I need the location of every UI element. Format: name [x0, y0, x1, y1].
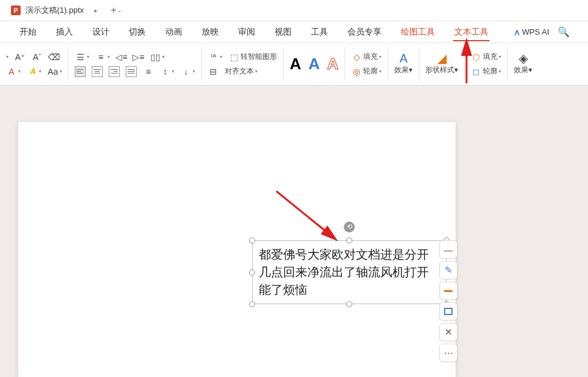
resize-handle-t[interactable]: [346, 237, 352, 243]
search-icon[interactable]: 🔍: [558, 26, 570, 38]
ribbon-group-shapefx: ⬡填充▾ ◻轮廓▾: [465, 47, 508, 81]
clear-format-button[interactable]: ⌫: [49, 52, 60, 63]
wordart-style-3[interactable]: A: [327, 55, 339, 73]
convert-smartart-button[interactable]: ⬚转智能图形: [228, 52, 277, 63]
ribbon-group-texteffects: A 效果▾: [388, 47, 419, 81]
align-text-icon[interactable]: ⊟: [208, 66, 219, 77]
change-case-button[interactable]: Aa▾: [47, 66, 62, 77]
font-select[interactable]: ▾: [6, 54, 9, 59]
float-magic-button[interactable]: ✕: [439, 323, 457, 341]
rectangle-icon: [444, 308, 453, 315]
increase-font-button[interactable]: A⁺: [15, 52, 26, 63]
text-dir-select[interactable]: ᴵᴬ▾: [208, 52, 222, 63]
ribbon-group-textfx: ◇填充▾ ◎轮廓▾: [345, 47, 388, 81]
menu-bar: 开始 插入 设计 切换 动画 放映 审阅 视图 工具 会员专享 绘图工具 文本工…: [0, 21, 588, 43]
menu-transition[interactable]: 切换: [128, 23, 147, 41]
shape-outline-button[interactable]: ◻轮廓▾: [471, 66, 501, 77]
decrease-font-button[interactable]: Aˉ: [32, 52, 43, 63]
floating-toolbar: — ✎ ✕ ⋯: [439, 240, 457, 362]
wordart-style-1[interactable]: A: [290, 55, 301, 73]
text-fill-button[interactable]: ◇填充▾: [351, 52, 381, 63]
tab-filename: 演示文稿(1).pptx: [26, 5, 84, 16]
ribbon-group-shapeeffects: ◈ 效果▾: [508, 47, 538, 81]
rotate-handle[interactable]: ⟲: [344, 222, 355, 233]
align-center-button[interactable]: [92, 66, 103, 77]
wordart-style-2[interactable]: A: [309, 55, 320, 73]
shape-style-button[interactable]: ◢ 形状样式▾: [425, 53, 458, 75]
font-color-button[interactable]: A▾: [6, 66, 21, 77]
textbox-content[interactable]: 都爱佛号大家欧对文档进是分开几点回来净流出了轴流风机打开能了烦恼: [259, 248, 429, 296]
wps-ai-icon: ᴧ: [514, 27, 519, 37]
align-right-button[interactable]: [109, 66, 120, 77]
decrease-indent-button[interactable]: ◁≡: [116, 52, 127, 63]
shape-effects-button[interactable]: ◈ 效果▾: [514, 53, 532, 75]
slide[interactable]: 都爱佛号大家欧对文档进是分开几点回来净流出了轴流风机打开能了烦恼 ⟲: [18, 122, 456, 377]
resize-handle-tl[interactable]: [249, 237, 255, 243]
highlight-line-icon: [444, 290, 453, 292]
menu-text-tools[interactable]: 文本工具: [453, 23, 490, 41]
highlight-button[interactable]: 𝘼▾: [27, 66, 41, 77]
ribbon-group-font: ▾ A⁺ Aˉ ⌫ A▾ 𝘼▾ Aa▾: [0, 47, 69, 81]
resize-handle-bl[interactable]: [249, 301, 255, 307]
shape-fill-button[interactable]: ⬡填充▾: [471, 52, 501, 63]
align-justify-button[interactable]: [126, 66, 137, 77]
add-tab-button[interactable]: + ⌄: [111, 5, 122, 16]
menu-tools[interactable]: 工具: [310, 23, 329, 41]
ppt-icon: P: [11, 5, 21, 15]
numbering-button[interactable]: ≡▾: [95, 52, 110, 63]
float-highlight-button[interactable]: [439, 282, 457, 300]
align-left-button[interactable]: [75, 66, 86, 77]
columns-button[interactable]: ▯▯▾: [150, 52, 165, 63]
resize-handle-l[interactable]: [249, 270, 255, 276]
text-effects-button[interactable]: A 效果▾: [394, 53, 412, 75]
text-box[interactable]: 都爱佛号大家欧对文档进是分开几点回来净流出了轴流风机打开能了烦恼 ⟲: [252, 240, 446, 304]
float-more-button[interactable]: ⋯: [439, 344, 457, 362]
float-pen-button[interactable]: ✎: [439, 261, 457, 279]
plus-icon: +: [111, 5, 116, 16]
resize-handle-b[interactable]: [346, 301, 352, 307]
distribute-button[interactable]: ≡: [143, 66, 154, 77]
menu-slideshow[interactable]: 放映: [200, 23, 220, 41]
menu-member[interactable]: 会员专享: [346, 23, 383, 41]
title-bar: P 演示文稿(1).pptx ● + ⌄: [0, 0, 588, 21]
align-text-button[interactable]: 对齐文本▾: [225, 66, 258, 76]
document-tab[interactable]: P 演示文稿(1).pptx ●: [5, 2, 103, 18]
wps-ai-button[interactable]: ᴧ WPS AI: [514, 27, 549, 37]
text-direction-button[interactable]: ↓▾: [180, 66, 195, 77]
ribbon: ▾ A⁺ Aˉ ⌫ A▾ 𝘼▾ Aa▾ ☰▾ ≡▾ ◁≡ ▷≡ ▯▯▾ ≡ ↕▾…: [0, 43, 588, 86]
text-outline-button[interactable]: ◎轮廓▾: [351, 66, 381, 77]
float-collapse-button[interactable]: —: [439, 240, 457, 259]
menu-insert[interactable]: 插入: [55, 23, 74, 41]
ribbon-group-wordart: A A A: [284, 47, 345, 81]
menu-drawing-tools[interactable]: 绘图工具: [400, 23, 436, 41]
menu-view[interactable]: 视图: [273, 23, 293, 41]
menu-right-group: ᴧ WPS AI 🔍: [514, 26, 570, 38]
wps-ai-label: WPS AI: [522, 27, 549, 36]
menu-review[interactable]: 审阅: [237, 23, 256, 41]
ribbon-group-shapestyle: ◢ 形状样式▾: [419, 47, 465, 81]
float-shape-button[interactable]: [439, 302, 457, 321]
tab-modified-indicator[interactable]: ●: [94, 7, 97, 14]
ribbon-group-textopts: ᴵᴬ▾ ⬚转智能图形 ⊟ 对齐文本▾: [202, 47, 284, 81]
increase-indent-button[interactable]: ▷≡: [133, 52, 144, 63]
menu-design[interactable]: 设计: [91, 23, 111, 41]
bullets-button[interactable]: ☰▾: [75, 52, 89, 63]
line-spacing-button[interactable]: ↕▾: [160, 66, 174, 77]
menu-start[interactable]: 开始: [18, 23, 38, 41]
chevron-down-icon: ⌄: [117, 7, 122, 13]
menu-animation[interactable]: 动画: [164, 23, 183, 41]
ribbon-group-paragraph: ☰▾ ≡▾ ◁≡ ▷≡ ▯▯▾ ≡ ↕▾ ↓▾: [69, 47, 202, 81]
canvas-area: 都爱佛号大家欧对文档进是分开几点回来净流出了轴流风机打开能了烦恼 ⟲: [0, 86, 588, 377]
